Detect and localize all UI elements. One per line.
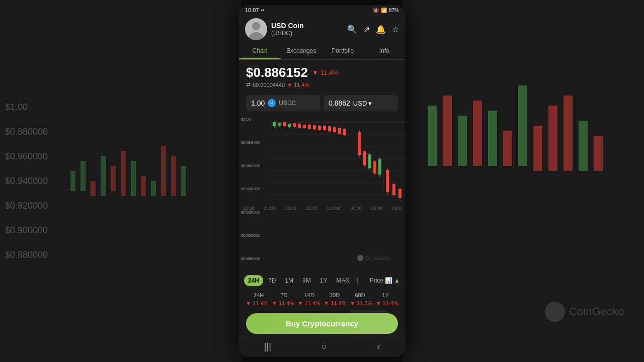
svg-rect-52	[313, 125, 316, 129]
tab-chart[interactable]: Chart	[239, 43, 281, 59]
status-left: 10:07 ▪▪	[245, 7, 264, 13]
share-icon[interactable]: ↗	[363, 25, 370, 34]
tab-info[interactable]: Info	[364, 43, 406, 59]
bg-left-chart	[65, 80, 216, 282]
status-bar: 10:07 ▪▪ 🔇 📶 87%	[239, 5, 405, 15]
coin-symbol: (USDC)	[271, 30, 343, 37]
time-btn-7d[interactable]: 7D	[264, 275, 280, 286]
svg-rect-23	[594, 136, 603, 171]
time-btn-3m[interactable]: 3M	[298, 275, 315, 286]
coingecko-watermark-bg: CoinGecko	[545, 302, 624, 322]
conv-from[interactable]: 1.00 U USDC	[246, 95, 320, 111]
time-btn-1y[interactable]: 1Y	[316, 275, 332, 286]
svg-rect-10	[171, 156, 176, 196]
stats-col-7d: 7D	[271, 292, 296, 298]
time-btn-24h[interactable]: 24H	[244, 275, 263, 286]
avatar	[245, 18, 267, 40]
chart-x-labels: 12:00 15:00 18:00 21:00 11.Mar 03:00 06:…	[239, 205, 405, 212]
conv-to[interactable]: 0.8862 USD ▾	[324, 95, 398, 111]
svg-rect-68	[363, 151, 366, 165]
stats-val-1y: ▼ 11.4%	[374, 300, 400, 306]
tab-portfolio[interactable]: Portfolio	[322, 43, 364, 59]
stats-col-1y: 1Y	[373, 292, 398, 298]
buy-btn-wrap: Buy Cryptocurrency	[239, 309, 405, 337]
svg-rect-60	[333, 127, 336, 132]
svg-rect-4	[111, 166, 116, 191]
svg-rect-13	[443, 96, 452, 166]
time-btn-max[interactable]: MAX	[332, 275, 353, 286]
svg-rect-44	[293, 123, 296, 127]
search-icon[interactable]: 🔍	[347, 25, 357, 34]
star-icon[interactable]: ☆	[392, 25, 399, 34]
battery: 87%	[389, 8, 399, 13]
tabs: Chart Exchanges Portfolio Info	[239, 43, 405, 60]
svg-rect-74	[378, 159, 381, 174]
svg-rect-40	[283, 122, 286, 126]
bg-right-chart	[423, 55, 624, 307]
chevron-down-icon: ▾	[368, 100, 372, 107]
svg-rect-8	[151, 181, 156, 196]
svg-rect-15	[473, 101, 482, 166]
buy-cryptocurrency-button[interactable]: Buy Cryptocurrency	[246, 313, 398, 334]
nav-home-icon[interactable]: ○	[321, 341, 327, 352]
price-value: $0.886152	[246, 65, 308, 80]
header: USD Coin (USDC) 🔍 ↗ 🔔 ☆	[239, 15, 405, 43]
bg-right-panel: CoinGecko	[403, 0, 644, 362]
svg-rect-3	[101, 156, 106, 196]
svg-rect-62	[338, 128, 341, 134]
conv-from-value: 1.00	[251, 99, 265, 107]
svg-rect-5	[121, 151, 126, 196]
svg-rect-6	[131, 161, 136, 196]
price-sub: ⇄ 60.00004440 ▼ 11.4%	[246, 81, 398, 88]
svg-rect-70	[368, 154, 371, 168]
stats-val-30d: ▼ 11.4%	[322, 300, 348, 306]
stats-col-24h: 24H	[246, 292, 271, 298]
svg-rect-76	[386, 170, 389, 192]
svg-rect-22	[579, 121, 588, 171]
chart-watermark: CoinGecko	[357, 255, 390, 261]
nav-menu-icon[interactable]: |||	[264, 341, 271, 352]
stats-col-14d: 14D	[297, 292, 322, 298]
chart-y-labels: $1.00 $0.980000 $0.960000 $0.940000 $0.9…	[241, 117, 260, 261]
svg-rect-14	[458, 116, 467, 166]
time-range: 24H 7D 1M 3M 1Y MAX | Price 📊 ▲	[239, 272, 405, 289]
time-btn-1m[interactable]: 1M	[281, 275, 297, 286]
svg-rect-11	[181, 166, 186, 196]
svg-rect-9	[161, 146, 166, 196]
svg-rect-66	[358, 132, 361, 155]
bell-icon[interactable]: 🔔	[376, 25, 386, 34]
tab-exchanges[interactable]: Exchanges	[281, 43, 323, 59]
svg-rect-48	[303, 125, 306, 128]
candlestick-chart	[239, 117, 405, 203]
bg-left-labels: $1.00 $0.980000 $0.960000 $0.940000 $0.9…	[5, 102, 48, 260]
nav-back-icon[interactable]: ‹	[377, 341, 380, 352]
svg-rect-16	[488, 111, 497, 166]
svg-rect-46	[298, 124, 301, 128]
svg-rect-19	[533, 126, 542, 171]
sim-icon: ▪▪	[261, 8, 264, 13]
svg-rect-20	[548, 106, 557, 171]
svg-rect-21	[564, 96, 573, 171]
svg-rect-38	[278, 123, 281, 126]
usdc-badge: U	[268, 99, 276, 107]
mute-icon: 🔇	[373, 8, 379, 13]
chart-area: $1.00 $0.980000 $0.960000 $0.940000 $0.9…	[239, 115, 405, 272]
price-sub-value: 60.00004440	[253, 82, 285, 88]
stats-val-60d: ▼ 11.5%	[348, 300, 374, 306]
conv-to-dropdown[interactable]: USD ▾	[353, 100, 372, 107]
svg-rect-12	[428, 106, 437, 166]
conv-to-value: 0.8862	[329, 99, 350, 107]
svg-rect-80	[398, 189, 401, 198]
price-change: ▼ 11.4%	[312, 69, 339, 76]
stats-table: 24H 7D 14D 30D 60D 1Y ▼ 11.4% ▼ 11.4% ▼ …	[239, 289, 405, 309]
svg-rect-56	[323, 126, 326, 130]
price-label-btn[interactable]: Price 📊 ▲	[370, 277, 400, 284]
nav-bar: ||| ○ ‹	[239, 337, 405, 357]
svg-rect-18	[518, 85, 527, 166]
conv-to-label: USD	[353, 100, 367, 107]
coin-title: USD Coin (USDC)	[271, 22, 343, 37]
coin-name: USD Coin	[271, 22, 343, 30]
svg-rect-54	[318, 126, 321, 130]
stats-val-24h: ▼ 11.4%	[244, 300, 270, 306]
svg-rect-42	[288, 124, 291, 127]
